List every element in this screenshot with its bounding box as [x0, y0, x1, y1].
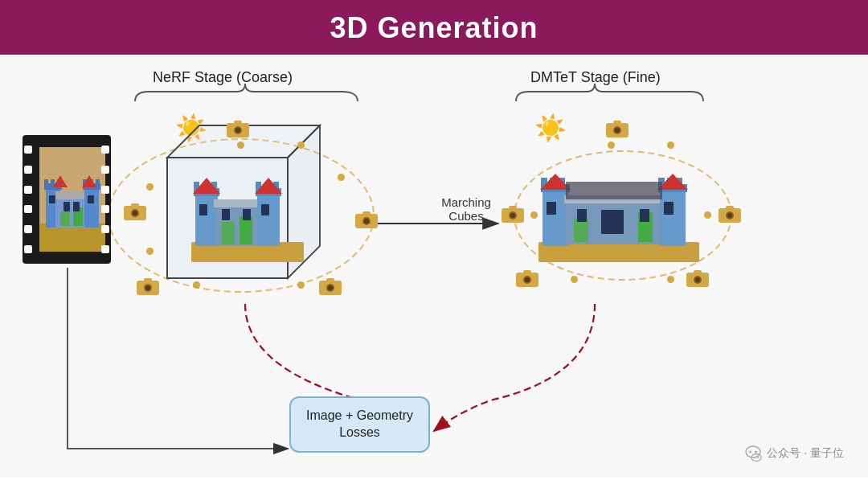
page-title: 3D Generation: [0, 11, 868, 45]
film-strip: [23, 135, 111, 264]
svg-rect-29: [73, 202, 80, 211]
orbit-dot: [297, 281, 305, 289]
svg-rect-12: [44, 179, 48, 186]
dmtet-camera-bottom-left: [514, 270, 540, 293]
orbit-dot: [667, 142, 674, 149]
orbit-dot: [146, 248, 154, 255]
nerf-camera-left: [122, 203, 148, 226]
svg-rect-54: [243, 209, 251, 220]
svg-rect-107: [694, 270, 702, 274]
page-header: 3D Generation: [0, 0, 868, 55]
orbit-dot: [338, 174, 345, 181]
sprocket: [101, 166, 109, 174]
nerf-camera-right: [354, 211, 379, 234]
orbit-dot: [571, 276, 578, 283]
svg-point-122: [754, 457, 755, 458]
svg-point-105: [727, 213, 732, 218]
dmtet-camera-bottom-right: [685, 270, 710, 293]
orbit-dot: [193, 281, 200, 289]
svg-rect-60: [362, 211, 371, 215]
svg-point-118: [746, 446, 760, 457]
sprocket: [24, 245, 32, 253]
sprocket: [24, 146, 32, 154]
svg-rect-27: [88, 195, 94, 203]
svg-point-101: [615, 128, 620, 133]
svg-rect-42: [214, 199, 261, 207]
svg-point-74: [133, 211, 137, 215]
orbit-dot: [667, 276, 674, 283]
orbit-dot: [146, 183, 154, 191]
watermark-text: 公众号 · 量子位: [767, 446, 844, 461]
svg-point-109: [695, 277, 700, 282]
svg-rect-16: [55, 191, 88, 199]
svg-rect-26: [49, 195, 55, 203]
sprocket: [24, 186, 32, 194]
dmtet-camera-top: [604, 121, 630, 143]
film-castle-image: [39, 147, 105, 252]
orbit-dot: [297, 142, 305, 149]
svg-rect-9: [39, 224, 105, 252]
losses-label: Image + Geometry Losses: [306, 408, 413, 441]
svg-point-58: [235, 128, 240, 133]
svg-rect-50: [240, 216, 252, 244]
sprocket: [24, 205, 32, 213]
svg-rect-103: [726, 206, 734, 210]
losses-box: Image + Geometry Losses: [289, 396, 430, 453]
dmtet-camera-left: [500, 206, 526, 228]
svg-rect-94: [664, 202, 674, 215]
svg-rect-13: [51, 179, 55, 186]
svg-rect-111: [523, 270, 531, 274]
nerf-camera-top: [225, 121, 251, 143]
svg-rect-84: [660, 190, 686, 246]
svg-point-62: [364, 219, 369, 224]
sprocket: [24, 225, 32, 233]
svg-rect-115: [509, 206, 517, 210]
svg-point-119: [749, 451, 751, 453]
svg-rect-97: [601, 210, 624, 234]
svg-rect-92: [566, 182, 662, 199]
orbit-dot: [704, 211, 711, 219]
svg-rect-53: [222, 209, 230, 220]
nerf-stage-label: NeRF Stage (Coarse): [153, 69, 293, 86]
svg-rect-52: [261, 204, 269, 215]
svg-rect-43: [257, 194, 280, 246]
sprocket: [101, 245, 109, 253]
svg-rect-56: [234, 121, 242, 125]
svg-rect-99: [613, 121, 621, 125]
orbit-dot: [608, 142, 615, 149]
svg-rect-51: [199, 204, 207, 215]
svg-point-123: [757, 457, 759, 458]
svg-point-66: [328, 285, 333, 290]
svg-rect-72: [131, 203, 139, 207]
dmtet-camera-right: [717, 206, 743, 228]
svg-rect-68: [144, 278, 152, 282]
svg-rect-95: [577, 209, 587, 222]
svg-point-120: [755, 451, 757, 453]
svg-rect-49: [222, 222, 235, 244]
wechat-icon: [744, 445, 762, 462]
sprocket: [24, 166, 32, 174]
svg-rect-64: [326, 278, 334, 282]
nerf-camera-bottom-right: [317, 278, 343, 301]
sprocket: [101, 146, 109, 154]
svg-rect-96: [640, 209, 649, 222]
svg-rect-93: [547, 202, 556, 215]
sprocket: [101, 205, 109, 213]
svg-rect-22: [60, 211, 70, 226]
svg-point-70: [145, 285, 150, 290]
sprockets-left: [23, 135, 34, 264]
main-content: NeRF Stage (Coarse) DMTeT Stage (Fine) M…: [0, 55, 868, 477]
svg-point-113: [525, 277, 530, 282]
sprocket: [101, 225, 109, 233]
orbit-dot: [530, 211, 538, 219]
orbit-dot: [237, 142, 244, 149]
sprocket: [101, 186, 109, 194]
svg-rect-28: [63, 202, 70, 211]
dmtet-stage-label: DMTeT Stage (Fine): [530, 69, 661, 86]
svg-point-117: [510, 213, 515, 218]
watermark: 公众号 · 量子位: [744, 445, 844, 462]
sprockets-right: [100, 135, 111, 264]
marching-cubes-label: Marching Cubes: [426, 195, 506, 223]
svg-rect-17: [84, 187, 99, 228]
nerf-camera-bottom-left: [135, 278, 161, 301]
